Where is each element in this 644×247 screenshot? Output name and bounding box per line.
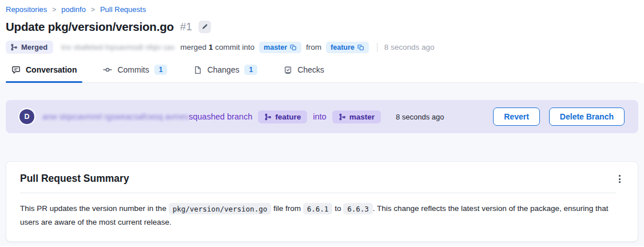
redacted-actor-name: anw stqxcavmrel rgsweacsafcwsq avmes bbox=[42, 112, 189, 121]
divider bbox=[20, 193, 616, 193]
copy-icon[interactable] bbox=[290, 44, 297, 51]
merged-timestamp: 8 seconds ago bbox=[384, 43, 435, 51]
breadcrumb-link-repositories[interactable]: Repositories bbox=[6, 5, 47, 14]
head-branch-chip[interactable]: feature bbox=[326, 42, 369, 53]
base-branch-chip[interactable]: master bbox=[259, 42, 301, 53]
changes-count-badge: 1 bbox=[244, 65, 257, 75]
merge-summary-text: merged bbox=[180, 43, 206, 51]
comment-icon bbox=[11, 65, 21, 74]
breadcrumb-separator: > bbox=[52, 6, 56, 14]
revert-button[interactable]: Revert bbox=[493, 107, 540, 126]
content-area: D anw stqxcavmrel rgsweacsafcwsq avmes s… bbox=[0, 83, 644, 246]
tab-commits[interactable]: Commits 1 bbox=[97, 63, 173, 82]
base-branch-label: master bbox=[349, 113, 375, 121]
avatar: D bbox=[19, 109, 34, 124]
status-badge-label: Merged bbox=[21, 43, 47, 51]
card-title: Pull Request Summary bbox=[20, 173, 129, 185]
commit-icon bbox=[103, 65, 112, 74]
head-branch-label: feature bbox=[275, 113, 301, 121]
checklist-icon bbox=[284, 66, 292, 74]
base-branch-label: master bbox=[264, 43, 287, 51]
base-branch-pill[interactable]: master bbox=[332, 110, 381, 124]
pr-number: #1 bbox=[180, 21, 192, 33]
tab-conversation[interactable]: Conversation bbox=[6, 63, 82, 82]
pr-status-row: Merged tnx vbafetwd lnpsavmodt nfqiv cas… bbox=[6, 41, 638, 54]
commit-count: 1 bbox=[209, 43, 213, 51]
banner-actions: Revert Delete Branch bbox=[493, 107, 625, 126]
breadcrumb-link-podinfo[interactable]: podinfo bbox=[61, 5, 86, 14]
tab-label: Commits bbox=[117, 65, 149, 74]
status-badge: Merged bbox=[6, 41, 53, 54]
merge-summary-text: from bbox=[306, 43, 321, 51]
delete-branch-button[interactable]: Delete Branch bbox=[549, 107, 625, 126]
copy-icon[interactable] bbox=[357, 44, 364, 51]
commits-count-badge: 1 bbox=[154, 65, 168, 75]
merged-event-banner: D anw stqxcavmrel rgsweacsafcwsq avmes s… bbox=[6, 100, 638, 133]
banner-timestamp: 8 seconds ago bbox=[396, 113, 444, 121]
body-text: file from bbox=[271, 204, 303, 213]
breadcrumb: Repositories > podinfo > Pull Requests bbox=[6, 5, 638, 14]
file-icon bbox=[193, 66, 202, 74]
tab-label: Conversation bbox=[26, 65, 77, 74]
inline-code: 6.6.1 bbox=[303, 203, 333, 214]
git-merge-icon bbox=[10, 43, 18, 51]
tab-label: Changes bbox=[207, 65, 239, 74]
body-text: This PR updates the version number in th… bbox=[20, 204, 169, 213]
pull-request-summary-card: Pull Request Summary This PR updates the… bbox=[6, 161, 638, 242]
git-merge-icon bbox=[339, 113, 346, 121]
breadcrumb-separator: > bbox=[91, 6, 95, 14]
page-title: Update pkg/version/version.go bbox=[6, 20, 174, 34]
merge-summary-text: commit into bbox=[215, 43, 255, 51]
tab-label: Checks bbox=[297, 65, 324, 74]
banner-action-text: squashed branch bbox=[189, 112, 252, 121]
inline-code: 6.6.3 bbox=[343, 203, 373, 214]
title-row: Update pkg/version/version.go #1 bbox=[6, 20, 638, 34]
head-branch-label: feature bbox=[331, 43, 355, 51]
git-merge-icon bbox=[264, 113, 272, 121]
body-text: to bbox=[332, 204, 343, 213]
redacted-author-name: tnx vbafetwd lnpsavmodt nfqiv cas bbox=[61, 43, 174, 51]
breadcrumb-link-pull-requests[interactable]: Pull Requests bbox=[100, 5, 146, 14]
tab-changes[interactable]: Changes 1 bbox=[188, 63, 263, 82]
banner-into-text: into bbox=[313, 112, 326, 121]
divider bbox=[377, 43, 377, 52]
card-header: Pull Request Summary bbox=[20, 173, 624, 185]
page-header: Repositories > podinfo > Pull Requests U… bbox=[0, 0, 644, 83]
edit-title-button[interactable] bbox=[198, 21, 211, 33]
inline-code: pkg/version/version.go bbox=[169, 203, 272, 214]
summary-body: This PR updates the version number in th… bbox=[20, 202, 615, 229]
kebab-menu-icon[interactable] bbox=[615, 173, 624, 185]
pr-tabbar: Conversation Commits 1 Changes 1 Checks bbox=[6, 63, 638, 83]
pencil-icon bbox=[201, 23, 208, 30]
head-branch-pill[interactable]: feature bbox=[258, 110, 307, 124]
tab-checks[interactable]: Checks bbox=[278, 63, 330, 82]
